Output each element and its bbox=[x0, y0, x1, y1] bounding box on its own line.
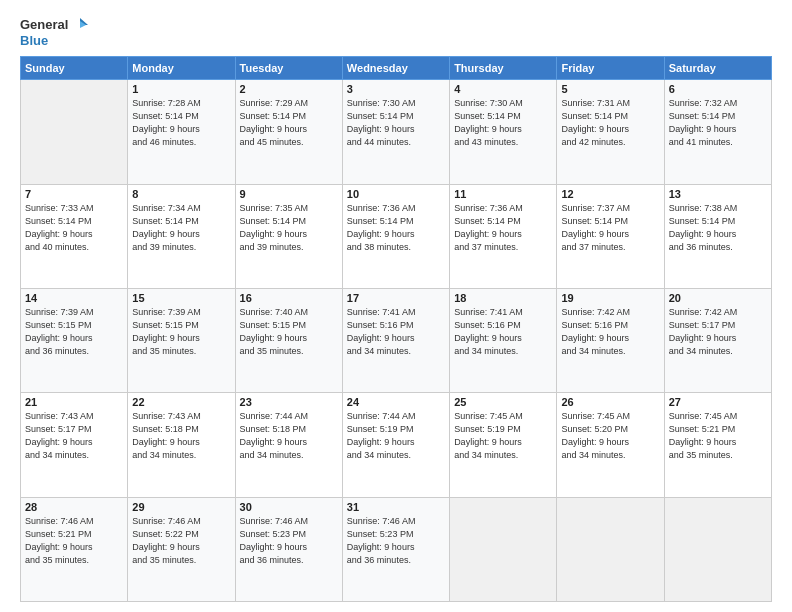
days-header-row: SundayMondayTuesdayWednesdayThursdayFrid… bbox=[21, 57, 772, 80]
calendar-cell: 20Sunrise: 7:42 AM Sunset: 5:17 PM Dayli… bbox=[664, 288, 771, 392]
calendar-cell: 8Sunrise: 7:34 AM Sunset: 5:14 PM Daylig… bbox=[128, 184, 235, 288]
calendar-cell: 22Sunrise: 7:43 AM Sunset: 5:18 PM Dayli… bbox=[128, 393, 235, 497]
day-info: Sunrise: 7:34 AM Sunset: 5:14 PM Dayligh… bbox=[132, 202, 230, 254]
calendar-body: 1Sunrise: 7:28 AM Sunset: 5:14 PM Daylig… bbox=[21, 80, 772, 602]
calendar-cell: 1Sunrise: 7:28 AM Sunset: 5:14 PM Daylig… bbox=[128, 80, 235, 184]
day-info: Sunrise: 7:42 AM Sunset: 5:16 PM Dayligh… bbox=[561, 306, 659, 358]
day-number: 8 bbox=[132, 188, 230, 200]
day-number: 18 bbox=[454, 292, 552, 304]
calendar-cell bbox=[21, 80, 128, 184]
day-number: 22 bbox=[132, 396, 230, 408]
logo-text-blue: Blue bbox=[20, 34, 88, 48]
calendar-cell: 31Sunrise: 7:46 AM Sunset: 5:23 PM Dayli… bbox=[342, 497, 449, 601]
day-number: 4 bbox=[454, 83, 552, 95]
day-info: Sunrise: 7:45 AM Sunset: 5:21 PM Dayligh… bbox=[669, 410, 767, 462]
day-number: 14 bbox=[25, 292, 123, 304]
calendar-cell: 13Sunrise: 7:38 AM Sunset: 5:14 PM Dayli… bbox=[664, 184, 771, 288]
day-number: 27 bbox=[669, 396, 767, 408]
day-number: 29 bbox=[132, 501, 230, 513]
calendar-cell: 26Sunrise: 7:45 AM Sunset: 5:20 PM Dayli… bbox=[557, 393, 664, 497]
calendar-week-row: 28Sunrise: 7:46 AM Sunset: 5:21 PM Dayli… bbox=[21, 497, 772, 601]
logo: General Blue bbox=[20, 16, 88, 48]
calendar-cell: 24Sunrise: 7:44 AM Sunset: 5:19 PM Dayli… bbox=[342, 393, 449, 497]
calendar-cell: 17Sunrise: 7:41 AM Sunset: 5:16 PM Dayli… bbox=[342, 288, 449, 392]
calendar-cell bbox=[450, 497, 557, 601]
day-number: 23 bbox=[240, 396, 338, 408]
calendar-cell: 9Sunrise: 7:35 AM Sunset: 5:14 PM Daylig… bbox=[235, 184, 342, 288]
calendar-week-row: 21Sunrise: 7:43 AM Sunset: 5:17 PM Dayli… bbox=[21, 393, 772, 497]
day-number: 1 bbox=[132, 83, 230, 95]
day-info: Sunrise: 7:28 AM Sunset: 5:14 PM Dayligh… bbox=[132, 97, 230, 149]
day-number: 9 bbox=[240, 188, 338, 200]
calendar-cell: 29Sunrise: 7:46 AM Sunset: 5:22 PM Dayli… bbox=[128, 497, 235, 601]
calendar-cell: 18Sunrise: 7:41 AM Sunset: 5:16 PM Dayli… bbox=[450, 288, 557, 392]
day-info: Sunrise: 7:43 AM Sunset: 5:17 PM Dayligh… bbox=[25, 410, 123, 462]
day-info: Sunrise: 7:44 AM Sunset: 5:18 PM Dayligh… bbox=[240, 410, 338, 462]
calendar-cell: 12Sunrise: 7:37 AM Sunset: 5:14 PM Dayli… bbox=[557, 184, 664, 288]
logo-bird-icon bbox=[70, 16, 88, 34]
day-info: Sunrise: 7:43 AM Sunset: 5:18 PM Dayligh… bbox=[132, 410, 230, 462]
day-number: 28 bbox=[25, 501, 123, 513]
logo-text-general: General bbox=[20, 18, 68, 32]
day-of-week-wednesday: Wednesday bbox=[342, 57, 449, 80]
calendar-cell: 28Sunrise: 7:46 AM Sunset: 5:21 PM Dayli… bbox=[21, 497, 128, 601]
calendar-week-row: 7Sunrise: 7:33 AM Sunset: 5:14 PM Daylig… bbox=[21, 184, 772, 288]
day-number: 31 bbox=[347, 501, 445, 513]
day-number: 12 bbox=[561, 188, 659, 200]
day-number: 16 bbox=[240, 292, 338, 304]
day-number: 17 bbox=[347, 292, 445, 304]
day-number: 10 bbox=[347, 188, 445, 200]
day-info: Sunrise: 7:32 AM Sunset: 5:14 PM Dayligh… bbox=[669, 97, 767, 149]
day-of-week-tuesday: Tuesday bbox=[235, 57, 342, 80]
day-number: 3 bbox=[347, 83, 445, 95]
day-of-week-sunday: Sunday bbox=[21, 57, 128, 80]
day-info: Sunrise: 7:30 AM Sunset: 5:14 PM Dayligh… bbox=[454, 97, 552, 149]
calendar-week-row: 1Sunrise: 7:28 AM Sunset: 5:14 PM Daylig… bbox=[21, 80, 772, 184]
calendar-cell: 10Sunrise: 7:36 AM Sunset: 5:14 PM Dayli… bbox=[342, 184, 449, 288]
calendar-cell: 25Sunrise: 7:45 AM Sunset: 5:19 PM Dayli… bbox=[450, 393, 557, 497]
calendar-cell: 15Sunrise: 7:39 AM Sunset: 5:15 PM Dayli… bbox=[128, 288, 235, 392]
calendar-cell: 4Sunrise: 7:30 AM Sunset: 5:14 PM Daylig… bbox=[450, 80, 557, 184]
day-number: 7 bbox=[25, 188, 123, 200]
day-info: Sunrise: 7:46 AM Sunset: 5:23 PM Dayligh… bbox=[240, 515, 338, 567]
day-of-week-monday: Monday bbox=[128, 57, 235, 80]
day-number: 24 bbox=[347, 396, 445, 408]
day-info: Sunrise: 7:33 AM Sunset: 5:14 PM Dayligh… bbox=[25, 202, 123, 254]
day-number: 25 bbox=[454, 396, 552, 408]
calendar-cell: 14Sunrise: 7:39 AM Sunset: 5:15 PM Dayli… bbox=[21, 288, 128, 392]
day-of-week-saturday: Saturday bbox=[664, 57, 771, 80]
calendar-cell bbox=[664, 497, 771, 601]
day-info: Sunrise: 7:36 AM Sunset: 5:14 PM Dayligh… bbox=[347, 202, 445, 254]
calendar-cell: 6Sunrise: 7:32 AM Sunset: 5:14 PM Daylig… bbox=[664, 80, 771, 184]
day-info: Sunrise: 7:45 AM Sunset: 5:19 PM Dayligh… bbox=[454, 410, 552, 462]
day-number: 19 bbox=[561, 292, 659, 304]
calendar-cell: 21Sunrise: 7:43 AM Sunset: 5:17 PM Dayli… bbox=[21, 393, 128, 497]
day-info: Sunrise: 7:42 AM Sunset: 5:17 PM Dayligh… bbox=[669, 306, 767, 358]
day-info: Sunrise: 7:39 AM Sunset: 5:15 PM Dayligh… bbox=[132, 306, 230, 358]
day-info: Sunrise: 7:46 AM Sunset: 5:21 PM Dayligh… bbox=[25, 515, 123, 567]
calendar-week-row: 14Sunrise: 7:39 AM Sunset: 5:15 PM Dayli… bbox=[21, 288, 772, 392]
calendar-cell: 11Sunrise: 7:36 AM Sunset: 5:14 PM Dayli… bbox=[450, 184, 557, 288]
day-info: Sunrise: 7:38 AM Sunset: 5:14 PM Dayligh… bbox=[669, 202, 767, 254]
day-number: 2 bbox=[240, 83, 338, 95]
calendar-cell: 5Sunrise: 7:31 AM Sunset: 5:14 PM Daylig… bbox=[557, 80, 664, 184]
calendar-cell: 23Sunrise: 7:44 AM Sunset: 5:18 PM Dayli… bbox=[235, 393, 342, 497]
day-of-week-friday: Friday bbox=[557, 57, 664, 80]
day-info: Sunrise: 7:44 AM Sunset: 5:19 PM Dayligh… bbox=[347, 410, 445, 462]
calendar-cell bbox=[557, 497, 664, 601]
calendar-cell: 2Sunrise: 7:29 AM Sunset: 5:14 PM Daylig… bbox=[235, 80, 342, 184]
day-info: Sunrise: 7:35 AM Sunset: 5:14 PM Dayligh… bbox=[240, 202, 338, 254]
day-info: Sunrise: 7:37 AM Sunset: 5:14 PM Dayligh… bbox=[561, 202, 659, 254]
day-info: Sunrise: 7:45 AM Sunset: 5:20 PM Dayligh… bbox=[561, 410, 659, 462]
day-info: Sunrise: 7:39 AM Sunset: 5:15 PM Dayligh… bbox=[25, 306, 123, 358]
day-number: 30 bbox=[240, 501, 338, 513]
calendar-cell: 16Sunrise: 7:40 AM Sunset: 5:15 PM Dayli… bbox=[235, 288, 342, 392]
calendar-cell: 27Sunrise: 7:45 AM Sunset: 5:21 PM Dayli… bbox=[664, 393, 771, 497]
header: General Blue bbox=[20, 16, 772, 48]
calendar-header: SundayMondayTuesdayWednesdayThursdayFrid… bbox=[21, 57, 772, 80]
day-number: 26 bbox=[561, 396, 659, 408]
page: General Blue SundayMondayTuesdayWednesda… bbox=[0, 0, 792, 612]
calendar-cell: 3Sunrise: 7:30 AM Sunset: 5:14 PM Daylig… bbox=[342, 80, 449, 184]
day-number: 15 bbox=[132, 292, 230, 304]
day-info: Sunrise: 7:46 AM Sunset: 5:22 PM Dayligh… bbox=[132, 515, 230, 567]
